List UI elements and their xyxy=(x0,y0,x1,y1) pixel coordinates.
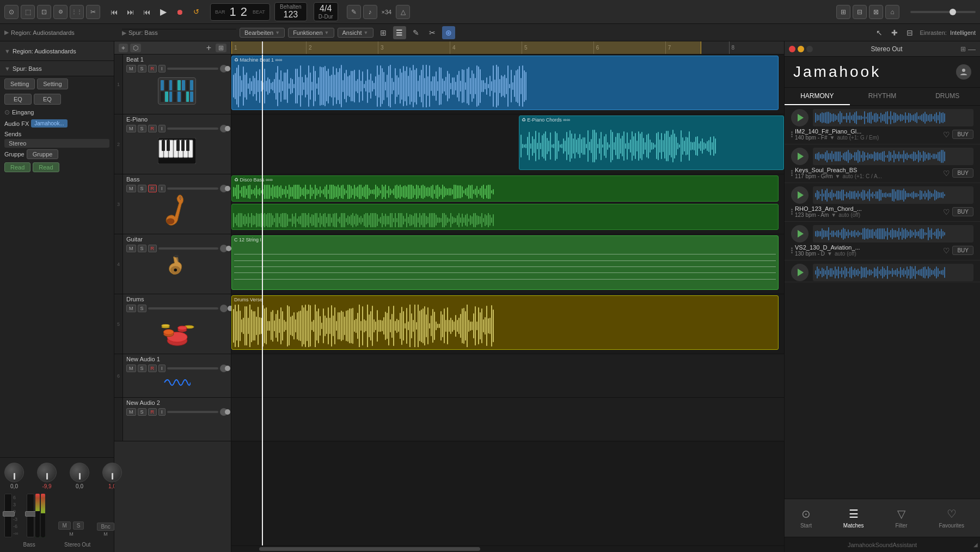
bearbeiten-menu[interactable]: Bearbeiten ▼ xyxy=(240,28,285,38)
audio1-input-btn[interactable]: I xyxy=(158,365,166,372)
epiano-record-btn[interactable]: R xyxy=(148,125,157,132)
nav-start[interactable]: ⊙ Start xyxy=(794,505,818,531)
jamahook-plugin-link[interactable]: Jamahook... xyxy=(31,119,67,128)
result-1-play-btn[interactable] xyxy=(791,109,808,126)
toolbar-far-1[interactable]: ⊞ xyxy=(836,5,850,19)
clip-beat1[interactable]: ♻ Machine Beat 1 ∞∞ xyxy=(231,56,779,110)
bass-solo-btn[interactable]: S xyxy=(138,185,146,192)
toolbar-btn-5[interactable]: ⋮⋮ xyxy=(70,5,84,19)
nav-filter[interactable]: ▽ Filter xyxy=(889,505,914,531)
nav-matches[interactable]: ☰ Matches xyxy=(837,505,871,531)
bnc-btn[interactable]: Bnc xyxy=(97,523,114,531)
setting-btn-2[interactable]: Setting xyxy=(37,78,68,89)
clip-guitar[interactable]: C 12 String I xyxy=(231,235,779,290)
result-3-buy-btn[interactable]: BUY xyxy=(952,207,973,216)
bass-vol-fader[interactable] xyxy=(167,187,218,190)
audio2-record-btn[interactable]: R xyxy=(148,408,157,416)
beat1-input-btn[interactable]: I xyxy=(158,65,166,72)
epiano-mute-btn[interactable]: M xyxy=(126,125,136,132)
list-view-btn[interactable]: ☰ xyxy=(393,26,406,39)
snap-btn[interactable]: ⌖ xyxy=(119,44,128,52)
toolbar-far-4[interactable]: ⌂ xyxy=(885,5,899,19)
knob-2[interactable] xyxy=(37,463,57,482)
knob-1[interactable] xyxy=(4,463,24,482)
master-volume-slider[interactable] xyxy=(910,11,976,13)
time-sig-display[interactable]: 4/4 D-Dur xyxy=(314,2,338,21)
tab-rhythm[interactable]: RHYTHM xyxy=(850,88,915,105)
result-1-drag-handle[interactable] xyxy=(791,131,793,137)
panel-close-btn[interactable] xyxy=(789,46,795,52)
drums-mute-btn[interactable]: M xyxy=(126,305,136,312)
highlight-tool-btn[interactable]: ⊛ xyxy=(442,26,455,39)
epiano-input-btn[interactable]: I xyxy=(158,125,166,132)
ansicht-menu[interactable]: Ansicht ▼ xyxy=(338,28,373,38)
fader-2[interactable] xyxy=(27,494,34,537)
fader-1[interactable] xyxy=(4,494,12,537)
grid-view-btn[interactable]: ⊞ xyxy=(377,26,390,39)
funktionen-menu[interactable]: Funktionen ▼ xyxy=(288,28,334,38)
snap-settings-btn[interactable]: ⊞ xyxy=(216,44,226,52)
clip-drums[interactable]: Drums Verse xyxy=(231,295,779,350)
audio1-vol-fader[interactable] xyxy=(167,367,218,369)
pointer-tool[interactable]: ↖ xyxy=(873,26,886,39)
toolbar-btn-4[interactable]: ⚙ xyxy=(53,5,68,19)
toolbar-far-3[interactable]: ⊠ xyxy=(869,5,883,19)
horizontal-scrollbar[interactable] xyxy=(231,545,784,552)
beat1-record-btn[interactable]: R xyxy=(148,65,157,72)
bottom-solo-btn[interactable]: S xyxy=(73,521,84,530)
playhead-ruler[interactable] xyxy=(262,41,263,54)
result-4-buy-btn[interactable]: BUY xyxy=(952,246,973,255)
toolbar-far-2[interactable]: ⊟ xyxy=(853,5,867,19)
loop-region[interactable] xyxy=(231,41,701,54)
audio1-mute-btn[interactable]: M xyxy=(126,365,136,372)
panel-expand-btn[interactable]: ⊞ xyxy=(960,45,966,53)
eq-btn-1[interactable]: EQ xyxy=(4,94,32,105)
audio2-mute-btn[interactable]: M xyxy=(126,408,136,416)
beat1-vol-fader[interactable] xyxy=(167,68,218,70)
pencil-tool-btn[interactable]: ✎ xyxy=(409,26,422,39)
read-btn-2[interactable]: Read xyxy=(33,162,59,172)
audio1-solo-btn[interactable]: S xyxy=(138,365,146,372)
result-3-drag-handle[interactable] xyxy=(791,209,793,215)
user-profile-icon[interactable] xyxy=(956,64,971,80)
toolbar-btn-1[interactable]: ⊙ xyxy=(4,5,19,19)
knob-3[interactable] xyxy=(70,463,89,482)
bass-record-btn[interactable]: R xyxy=(148,185,157,192)
knob-4[interactable] xyxy=(102,463,122,482)
toolbar-btn-3[interactable]: ⊡ xyxy=(37,5,51,19)
resize-handle[interactable]: ◢ xyxy=(973,542,978,548)
beat1-solo-btn[interactable]: S xyxy=(138,65,146,72)
scissors-tool-btn[interactable]: ✂ xyxy=(426,26,439,39)
guitar-record-btn[interactable]: R xyxy=(148,245,157,252)
toolbar-right-3[interactable]: △ xyxy=(396,5,410,19)
toolbar-right-1[interactable]: ✎ xyxy=(347,5,361,19)
result-4-heart[interactable]: ♡ xyxy=(943,246,950,255)
panel-results[interactable]: IM2_140_F#_Piano_Gl... 140 bpm - F# ▼ au… xyxy=(785,106,980,499)
audio2-input-btn[interactable]: I xyxy=(158,408,166,416)
result-1-buy-btn[interactable]: BUY xyxy=(952,130,973,139)
toolbar-right-2[interactable]: ♪ xyxy=(363,5,377,19)
beat1-mute-btn[interactable]: M xyxy=(126,65,136,72)
clip-bass-top[interactable]: ♻ Disco Bass ∞∞ xyxy=(231,175,779,202)
epiano-vol-fader[interactable] xyxy=(167,128,218,130)
result-3-heart[interactable]: ♡ xyxy=(943,208,950,216)
panel-minimize-btn[interactable] xyxy=(798,46,804,52)
drums-pan-knob[interactable] xyxy=(220,305,228,312)
toolbar-btn-2[interactable]: ⬚ xyxy=(21,5,35,19)
result-2-buy-btn[interactable]: BUY xyxy=(952,168,973,178)
drums-vol-fader[interactable] xyxy=(148,307,218,310)
audio2-solo-btn[interactable]: S xyxy=(138,408,146,416)
tab-drums[interactable]: DRUMS xyxy=(915,88,980,105)
epiano-solo-btn[interactable]: S xyxy=(138,125,146,132)
panel-fullscreen-btn[interactable] xyxy=(806,46,813,52)
audio2-vol-fader[interactable] xyxy=(167,411,218,413)
add-track-btn[interactable]: ✚ xyxy=(888,26,901,39)
audio1-record-btn[interactable]: R xyxy=(148,365,157,372)
guitar-mute-btn[interactable]: M xyxy=(126,245,136,252)
result-1-heart[interactable]: ♡ xyxy=(943,130,950,139)
tempo-display[interactable]: Behalten 123 xyxy=(274,2,307,21)
toolbar-btn-6[interactable]: ✂ xyxy=(86,5,100,19)
result-5-play-btn[interactable] xyxy=(791,264,808,281)
fast-forward-button[interactable]: ⏭ xyxy=(123,4,138,20)
result-2-heart[interactable]: ♡ xyxy=(943,169,950,178)
